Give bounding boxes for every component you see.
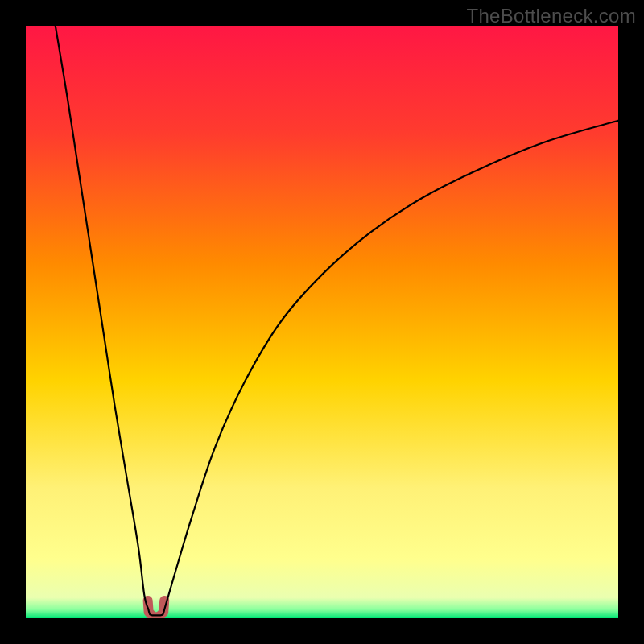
plot-area bbox=[26, 26, 618, 618]
chart-frame: TheBottleneck.com bbox=[0, 0, 644, 644]
watermark-label: TheBottleneck.com bbox=[466, 5, 636, 27]
gradient-background bbox=[26, 26, 618, 618]
chart-svg bbox=[26, 26, 618, 618]
